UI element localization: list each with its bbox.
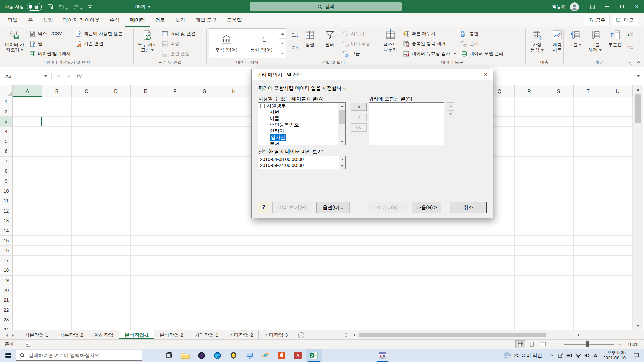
cell-T9[interactable] [574, 176, 603, 186]
cell-B15[interactable] [42, 236, 72, 246]
cell-U4[interactable] [603, 127, 633, 137]
cell-R3[interactable] [515, 117, 544, 127]
user-name[interactable]: 박동휘 [552, 4, 566, 10]
start-button[interactable] [0, 349, 16, 362]
cell-U13[interactable] [603, 216, 633, 226]
cell-D4[interactable] [101, 127, 131, 137]
collapse-icon[interactable] [260, 104, 265, 108]
row-header-4[interactable]: 4 [0, 127, 13, 137]
cell-U7[interactable] [603, 157, 633, 167]
cell-T8[interactable] [574, 166, 603, 176]
taskbar-app-file-explorer[interactable] [177, 349, 193, 362]
cell-C8[interactable] [72, 166, 101, 176]
cell-T13[interactable] [574, 216, 603, 226]
normal-view-button[interactable] [515, 340, 525, 348]
cell-D15[interactable] [101, 236, 131, 246]
comments-button[interactable]: 메모 [612, 15, 638, 25]
cell-E7[interactable] [131, 157, 160, 167]
cell-C24[interactable] [72, 325, 101, 330]
cell-T17[interactable] [574, 256, 603, 266]
dialog-launcher-icon[interactable] [629, 62, 633, 65]
tree-item-parent[interactable]: 사원명부 [258, 103, 345, 109]
cell-R4[interactable] [515, 127, 544, 137]
scroll-down-button[interactable] [633, 322, 643, 330]
hide-detail-button[interactable] [626, 42, 635, 51]
cell-F10[interactable] [160, 186, 190, 196]
close-button[interactable]: × [629, 0, 644, 13]
show-desktop-button[interactable] [642, 349, 644, 362]
cell-Q22[interactable] [485, 305, 515, 315]
autosave-control[interactable]: 자동 저장 끔 [5, 3, 42, 11]
cell-A1[interactable] [13, 97, 42, 107]
cell-C3[interactable] [72, 117, 101, 127]
cell-C5[interactable] [72, 136, 101, 146]
cell-P20[interactable] [455, 285, 485, 295]
cell-T2[interactable] [574, 107, 603, 117]
row-header-23[interactable]: 23 [0, 315, 13, 325]
cell-E15[interactable] [131, 236, 160, 246]
row-header-16[interactable]: 16 [0, 246, 13, 256]
cell-G24[interactable] [190, 325, 219, 330]
cell-T3[interactable] [574, 117, 603, 127]
cell-U19[interactable] [603, 276, 633, 286]
cell-I16[interactable] [249, 246, 278, 256]
cell-S3[interactable] [544, 117, 574, 127]
cell-G15[interactable] [190, 236, 219, 246]
cell-M17[interactable] [367, 256, 396, 266]
cell-R10[interactable] [515, 186, 544, 196]
cell-O21[interactable] [426, 295, 455, 305]
cell-G6[interactable] [190, 146, 219, 157]
cell-Q19[interactable] [485, 276, 515, 286]
existing-connections-button[interactable]: 기존 연결 [73, 39, 124, 48]
cell-T21[interactable] [574, 295, 603, 305]
cell-G1[interactable] [190, 97, 219, 107]
cell-T5[interactable] [574, 136, 603, 146]
cell-F17[interactable] [160, 256, 190, 266]
cell-U6[interactable] [603, 146, 633, 157]
row-header-5[interactable]: 5 [0, 136, 13, 146]
cell-J17[interactable] [278, 256, 308, 266]
cell-J19[interactable] [278, 276, 308, 286]
cell-T6[interactable] [574, 146, 603, 157]
flash-fill-button[interactable]: 빠른 채우기 [401, 29, 458, 38]
cell-T18[interactable] [574, 265, 603, 276]
cell-B19[interactable] [42, 276, 72, 286]
cell-L19[interactable] [337, 276, 367, 286]
cell-H3[interactable] [219, 117, 249, 127]
cell-C2[interactable] [72, 107, 101, 117]
cell-M22[interactable] [367, 305, 396, 315]
new-sheet-button[interactable] [298, 330, 305, 339]
cell-N14[interactable] [396, 226, 426, 236]
cell-S14[interactable] [544, 226, 574, 236]
zoom-level[interactable]: 100% [624, 342, 639, 347]
cell-S7[interactable] [544, 157, 574, 167]
cell-G19[interactable] [190, 276, 219, 286]
cell-N18[interactable] [396, 265, 426, 276]
cell-Q14[interactable] [485, 226, 515, 236]
cell-E22[interactable] [131, 305, 160, 315]
cell-E21[interactable] [131, 295, 160, 305]
cell-S23[interactable] [544, 315, 574, 325]
taskbar-app-remote-desktop[interactable] [241, 349, 258, 362]
cell-H11[interactable] [219, 196, 249, 206]
select-all-corner[interactable] [0, 85, 13, 97]
cell-C17[interactable] [72, 256, 101, 266]
cell-T7[interactable] [574, 157, 603, 167]
cell-N23[interactable] [396, 315, 426, 325]
cell-S15[interactable] [544, 236, 574, 246]
move-column-up-button[interactable] [447, 102, 454, 110]
cell-G17[interactable] [190, 256, 219, 266]
cell-Q16[interactable] [485, 246, 515, 256]
cell-C23[interactable] [72, 315, 101, 325]
row-header-9[interactable]: 9 [0, 176, 13, 186]
cell-D17[interactable] [101, 256, 131, 266]
cell-O18[interactable] [426, 265, 455, 276]
cell-R13[interactable] [515, 216, 544, 226]
taskbar-app-excel[interactable]: X [306, 349, 322, 362]
cell-F9[interactable] [160, 176, 190, 186]
cell-H8[interactable] [219, 166, 249, 176]
cell-B3[interactable] [42, 117, 72, 127]
name-box-dropdown[interactable] [42, 71, 49, 82]
cell-I15[interactable] [249, 236, 278, 246]
row-header-1[interactable]: 1 [0, 97, 13, 107]
